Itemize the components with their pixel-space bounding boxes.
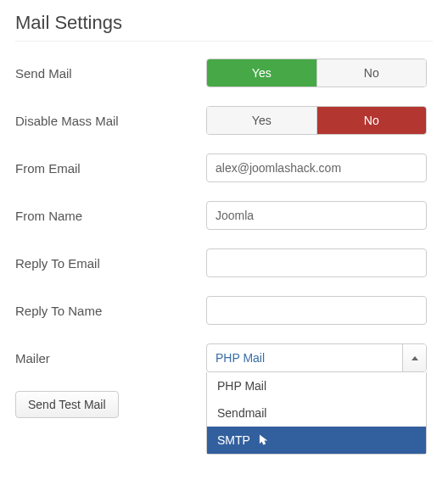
field-from-name: From Name [15,201,433,230]
disable-mass-mail-no[interactable]: No [316,107,427,134]
field-send-mail: Send Mail Yes No [15,59,433,87]
mailer-option-smtp[interactable]: SMTP [207,427,426,454]
from-name-input[interactable] [206,201,427,230]
disable-mass-mail-label: Disable Mass Mail [15,114,206,128]
mailer-option-php-mail[interactable]: PHP Mail [207,372,426,399]
reply-to-name-input[interactable] [206,296,427,325]
field-reply-to-email: Reply To Email [15,248,433,277]
divider [15,41,433,42]
send-mail-toggle[interactable]: Yes No [206,59,427,87]
field-reply-to-name: Reply To Name [15,296,433,325]
send-mail-no[interactable]: No [316,59,427,87]
mailer-dropdown[interactable]: PHP Mail Sendmail SMTP [206,372,427,455]
disable-mass-mail-yes[interactable]: Yes [207,107,316,134]
mailer-label: Mailer [15,351,206,366]
from-email-input[interactable] [206,153,427,182]
send-mail-yes[interactable]: Yes [207,59,316,87]
send-test-mail-button[interactable]: Send Test Mail [15,391,119,418]
mailer-option-sendmail[interactable]: Sendmail [207,399,426,427]
mailer-selected-value: PHP Mail [207,344,402,371]
cursor-icon [257,434,269,446]
from-name-label: From Name [15,209,206,223]
mailer-select[interactable]: PHP Mail [206,343,427,372]
field-from-email: From Email [15,153,433,182]
disable-mass-mail-toggle[interactable]: Yes No [206,106,427,135]
reply-to-name-label: Reply To Name [15,304,206,318]
from-email-label: From Email [15,161,206,176]
field-mailer: Mailer PHP Mail PHP Mail Sendmail SMTP [15,343,433,372]
send-mail-label: Send Mail [15,66,206,81]
mailer-option-smtp-label: SMTP [217,433,250,447]
mailer-dropdown-toggle[interactable] [402,344,426,371]
caret-up-icon [412,356,418,360]
field-disable-mass-mail: Disable Mass Mail Yes No [15,106,433,135]
reply-to-email-label: Reply To Email [15,256,206,271]
page-title: Mail Settings [15,12,433,34]
reply-to-email-input[interactable] [206,248,427,277]
